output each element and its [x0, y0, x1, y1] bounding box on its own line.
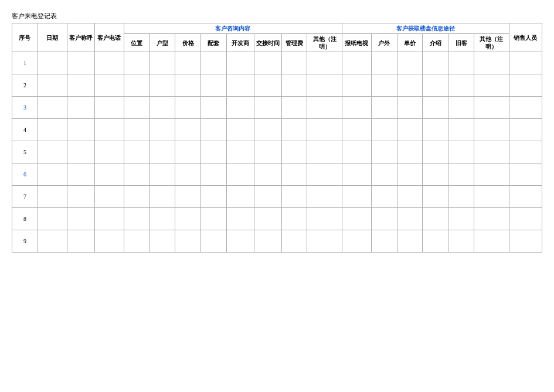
- data-cell[interactable]: [397, 163, 423, 186]
- data-cell[interactable]: [509, 230, 542, 253]
- data-cell[interactable]: [397, 74, 423, 97]
- data-cell[interactable]: [281, 230, 307, 253]
- data-cell[interactable]: [175, 97, 201, 119]
- data-cell[interactable]: [474, 52, 509, 74]
- data-cell[interactable]: [448, 74, 474, 97]
- data-cell[interactable]: [94, 230, 124, 253]
- data-cell[interactable]: [38, 230, 67, 253]
- data-cell[interactable]: [254, 230, 281, 253]
- data-cell[interactable]: [397, 119, 423, 141]
- data-cell[interactable]: [509, 74, 542, 97]
- data-cell[interactable]: [423, 119, 448, 141]
- data-cell[interactable]: [226, 208, 254, 230]
- row-number-cell[interactable]: 1: [12, 52, 38, 74]
- data-cell[interactable]: [397, 208, 423, 230]
- data-cell[interactable]: [474, 208, 509, 230]
- data-cell[interactable]: [307, 52, 342, 74]
- data-cell[interactable]: [474, 97, 509, 119]
- data-cell[interactable]: [175, 141, 201, 163]
- data-cell[interactable]: [371, 208, 397, 230]
- data-cell[interactable]: [509, 186, 542, 208]
- data-cell[interactable]: [175, 52, 201, 74]
- data-cell[interactable]: [175, 230, 201, 253]
- data-cell[interactable]: [423, 52, 448, 74]
- data-cell[interactable]: [254, 74, 281, 97]
- data-cell[interactable]: [201, 141, 227, 163]
- data-cell[interactable]: [448, 52, 474, 74]
- row-number-cell[interactable]: 8: [12, 208, 38, 230]
- data-cell[interactable]: [201, 208, 227, 230]
- data-cell[interactable]: [423, 208, 448, 230]
- data-cell[interactable]: [201, 52, 227, 74]
- data-cell[interactable]: [201, 97, 227, 119]
- data-cell[interactable]: [124, 186, 149, 208]
- data-cell[interactable]: [397, 141, 423, 163]
- data-cell[interactable]: [371, 97, 397, 119]
- data-cell[interactable]: [149, 208, 175, 230]
- data-cell[interactable]: [149, 52, 175, 74]
- data-cell[interactable]: [281, 186, 307, 208]
- data-cell[interactable]: [226, 52, 254, 74]
- data-cell[interactable]: [423, 230, 448, 253]
- data-cell[interactable]: [371, 186, 397, 208]
- data-cell[interactable]: [38, 186, 67, 208]
- data-cell[interactable]: [67, 52, 94, 74]
- data-cell[interactable]: [397, 97, 423, 119]
- data-cell[interactable]: [342, 97, 371, 119]
- data-cell[interactable]: [371, 163, 397, 186]
- data-cell[interactable]: [38, 52, 67, 74]
- data-cell[interactable]: [448, 230, 474, 253]
- data-cell[interactable]: [281, 119, 307, 141]
- data-cell[interactable]: [67, 208, 94, 230]
- data-cell[interactable]: [67, 186, 94, 208]
- row-number-cell[interactable]: 4: [12, 119, 38, 141]
- data-cell[interactable]: [94, 74, 124, 97]
- data-cell[interactable]: [307, 141, 342, 163]
- data-cell[interactable]: [281, 74, 307, 97]
- data-cell[interactable]: [474, 141, 509, 163]
- data-cell[interactable]: [149, 141, 175, 163]
- data-cell[interactable]: [201, 186, 227, 208]
- data-cell[interactable]: [149, 74, 175, 97]
- row-number-cell[interactable]: 3: [12, 97, 38, 119]
- data-cell[interactable]: [67, 230, 94, 253]
- data-cell[interactable]: [397, 52, 423, 74]
- data-cell[interactable]: [226, 74, 254, 97]
- data-cell[interactable]: [226, 230, 254, 253]
- data-cell[interactable]: [397, 186, 423, 208]
- data-cell[interactable]: [175, 208, 201, 230]
- data-cell[interactable]: [226, 141, 254, 163]
- data-cell[interactable]: [281, 163, 307, 186]
- row-number-cell[interactable]: 6: [12, 163, 38, 186]
- data-cell[interactable]: [509, 119, 542, 141]
- data-cell[interactable]: [342, 208, 371, 230]
- data-cell[interactable]: [124, 97, 149, 119]
- data-cell[interactable]: [149, 163, 175, 186]
- data-cell[interactable]: [448, 119, 474, 141]
- data-cell[interactable]: [254, 97, 281, 119]
- data-cell[interactable]: [371, 141, 397, 163]
- data-cell[interactable]: [448, 208, 474, 230]
- data-cell[interactable]: [423, 186, 448, 208]
- data-cell[interactable]: [371, 230, 397, 253]
- row-number-cell[interactable]: 2: [12, 74, 38, 97]
- data-cell[interactable]: [281, 141, 307, 163]
- data-cell[interactable]: [38, 74, 67, 97]
- data-cell[interactable]: [474, 230, 509, 253]
- data-cell[interactable]: [371, 119, 397, 141]
- data-cell[interactable]: [342, 186, 371, 208]
- data-cell[interactable]: [254, 208, 281, 230]
- data-cell[interactable]: [67, 97, 94, 119]
- data-cell[interactable]: [67, 74, 94, 97]
- data-cell[interactable]: [38, 119, 67, 141]
- row-number-cell[interactable]: 5: [12, 141, 38, 163]
- data-cell[interactable]: [94, 163, 124, 186]
- data-cell[interactable]: [124, 74, 149, 97]
- data-cell[interactable]: [94, 141, 124, 163]
- data-cell[interactable]: [281, 208, 307, 230]
- data-cell[interactable]: [307, 230, 342, 253]
- data-cell[interactable]: [201, 163, 227, 186]
- data-cell[interactable]: [371, 74, 397, 97]
- data-cell[interactable]: [175, 163, 201, 186]
- data-cell[interactable]: [509, 52, 542, 74]
